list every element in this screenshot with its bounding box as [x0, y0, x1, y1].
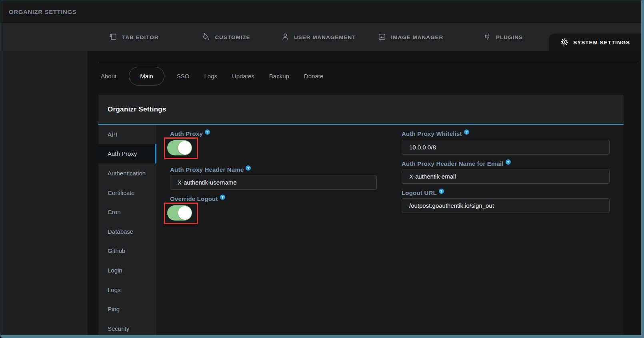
tab-system-settings[interactable]: SYSTEM SETTINGS — [549, 34, 641, 51]
menu-item-database[interactable]: Database — [98, 222, 156, 241]
system-settings-icon — [560, 38, 569, 48]
tab-editor-icon — [109, 32, 118, 42]
app-window: ORGANIZR SETTINGS TAB EDITOR CUSTOMIZE U… — [0, 0, 644, 338]
field-label: Auth Proxy? — [170, 129, 377, 136]
help-icon[interactable]: ? — [220, 195, 225, 200]
auth-proxy-whitelist-input[interactable] — [402, 140, 610, 155]
tab-label: CUSTOMIZE — [215, 34, 250, 40]
subtab-backup[interactable]: Backup — [267, 73, 292, 80]
logout-url-input[interactable] — [402, 198, 610, 213]
toggle-knob — [178, 206, 192, 220]
menu-item-cron[interactable]: Cron — [98, 202, 156, 222]
menu-item-security[interactable]: Security — [98, 319, 156, 335]
menu-item-auth-proxy[interactable]: Auth Proxy — [98, 144, 156, 164]
tab-customize[interactable]: CUSTOMIZE — [180, 23, 272, 51]
annotation-highlight-box — [164, 203, 198, 224]
settings-menu: API Auth Proxy Authentication Certificat… — [98, 125, 156, 335]
settings-nav-tabs: TAB EDITOR CUSTOMIZE USER MANAGEMENT IMA… — [0, 23, 641, 51]
app-left-sidebar — [0, 51, 88, 335]
field-label: Auth Proxy Header Name for Email? — [402, 159, 610, 166]
customize-icon — [202, 32, 210, 42]
help-icon[interactable]: ? — [439, 189, 444, 194]
toggle-knob — [178, 141, 192, 155]
page-title: ORGANIZR SETTINGS — [9, 8, 76, 15]
tab-plugins[interactable]: PLUGINS — [457, 23, 549, 51]
settings-content: About Main SSO Logs Updates Backup Donat… — [88, 51, 641, 335]
field-label: Override Logout? — [170, 195, 377, 201]
menu-item-logs[interactable]: Logs — [98, 280, 156, 300]
system-settings-subtabs: About Main SSO Logs Updates Backup Donat… — [88, 62, 641, 85]
organizr-settings-panel: Organizr Settings API Auth Proxy Authent… — [98, 95, 624, 335]
auth-proxy-header-email-input[interactable] — [402, 169, 610, 184]
field-label: Logout URL? — [402, 189, 610, 195]
menu-item-certificate[interactable]: Certificate — [98, 183, 156, 203]
menu-item-authentication[interactable]: Authentication — [98, 163, 156, 183]
menu-item-ping[interactable]: Ping — [98, 299, 156, 319]
subtab-updates[interactable]: Updates — [230, 73, 257, 80]
auth-proxy-form: Auth Proxy? Auth Proxy Header Name? Over… — [156, 125, 624, 335]
tab-tab-editor[interactable]: TAB EDITOR — [88, 23, 180, 51]
image-manager-icon — [378, 32, 386, 42]
subtab-logs[interactable]: Logs — [202, 73, 220, 80]
field-label: Auth Proxy Whitelist? — [402, 129, 610, 136]
help-icon[interactable]: ? — [464, 129, 469, 135]
tab-image-manager[interactable]: IMAGE MANAGER — [364, 23, 457, 51]
subtab-main[interactable]: Main — [129, 67, 164, 85]
subtab-about[interactable]: About — [98, 73, 119, 80]
override-logout-toggle[interactable] — [167, 205, 192, 221]
plugins-icon — [483, 32, 492, 42]
tab-label: PLUGINS — [496, 34, 523, 40]
menu-item-github[interactable]: Github — [98, 241, 156, 261]
tab-label: TAB EDITOR — [122, 34, 158, 40]
panel-header: Organizr Settings — [98, 95, 624, 124]
menu-item-login[interactable]: Login — [98, 260, 156, 280]
menu-item-api[interactable]: API — [98, 125, 156, 144]
tab-label: SYSTEM SETTINGS — [573, 40, 630, 46]
annotation-highlight-box — [164, 137, 198, 159]
field-label: Auth Proxy Header Name? — [170, 165, 377, 172]
panel-title: Organizr Settings — [108, 105, 166, 113]
help-icon[interactable]: ? — [246, 165, 251, 171]
tab-label: USER MANAGEMENT — [294, 34, 356, 40]
tab-user-management[interactable]: USER MANAGEMENT — [272, 23, 364, 51]
subtab-sso[interactable]: SSO — [174, 73, 192, 80]
top-header-bar: ORGANIZR SETTINGS — [0, 0, 641, 23]
user-management-icon — [281, 32, 290, 42]
help-icon[interactable]: ? — [205, 129, 210, 135]
auth-proxy-toggle[interactable] — [167, 140, 192, 155]
help-icon[interactable]: ? — [506, 159, 511, 165]
tab-label: IMAGE MANAGER — [391, 34, 443, 40]
subtab-donate[interactable]: Donate — [302, 73, 326, 80]
auth-proxy-header-name-input[interactable] — [170, 175, 377, 190]
